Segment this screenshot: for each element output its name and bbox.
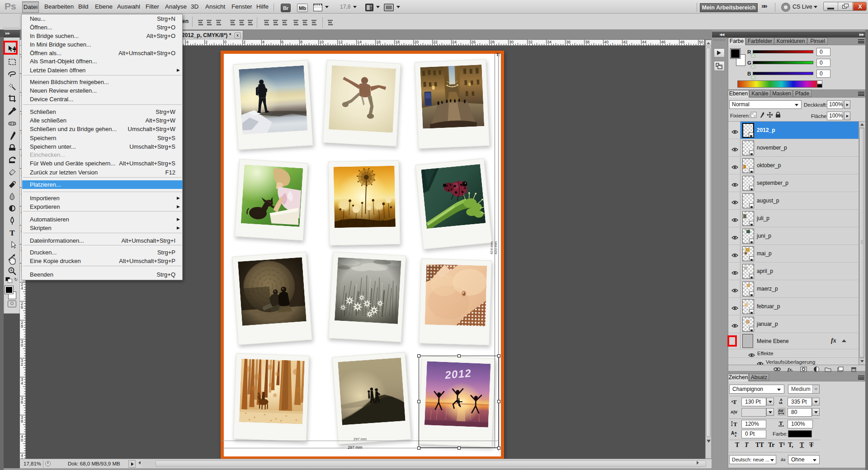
svg-text:T: T [9, 229, 15, 237]
svg-text:fx.: fx. [788, 367, 793, 372]
svg-text:a: a [735, 431, 737, 435]
svg-text:IA: IA [779, 401, 783, 405]
svg-text:AV: AV [778, 409, 783, 413]
svg-text:T: T [779, 420, 783, 427]
svg-text:A|V: A|V [731, 410, 737, 414]
svg-text:A: A [731, 431, 734, 436]
svg-text:T: T [733, 399, 737, 405]
svg-text:T: T [733, 421, 737, 428]
